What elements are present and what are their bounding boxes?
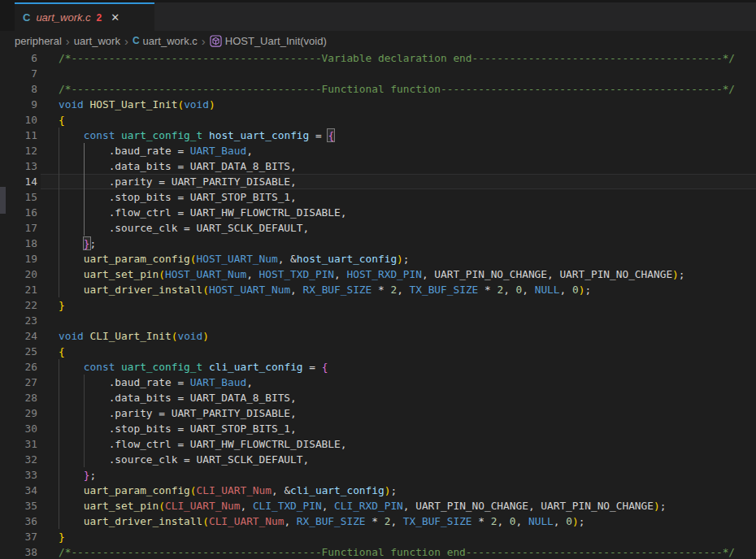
- code-line[interactable]: };: [59, 236, 756, 251]
- code-line[interactable]: .baud_rate = UART_Baud,: [59, 143, 756, 158]
- line-number[interactable]: 27: [0, 375, 37, 390]
- code-token: =: [309, 129, 328, 141]
- code-token: *: [472, 515, 491, 527]
- code-line[interactable]: .baud_rate = UART_Baud,: [59, 375, 756, 390]
- breadcrumb-folder-peripheral[interactable]: peripheral: [15, 35, 62, 47]
- gutter[interactable]: 6789101112131415161718192021222324252627…: [0, 50, 37, 559]
- line-number[interactable]: 28: [0, 390, 37, 405]
- code-line[interactable]: .stop_bits = UART_STOP_BITS_1,: [59, 189, 756, 205]
- code-line[interactable]: uart_set_pin(HOST_UART_Num, HOST_TXD_PIN…: [59, 266, 756, 282]
- line-number[interactable]: 31: [0, 436, 37, 452]
- code-line[interactable]: uart_driver_install(CLI_UART_Num, RX_BUF…: [59, 514, 756, 529]
- line-number[interactable]: 9: [0, 97, 37, 112]
- code-token: HOST_UART_Num: [197, 253, 278, 265]
- line-number[interactable]: 18: [0, 236, 37, 251]
- code-line[interactable]: .data_bits = UART_DATA_8_BITS,: [59, 158, 756, 174]
- code-token: uart_config_t: [121, 129, 202, 141]
- code-token: ,: [246, 145, 253, 157]
- line-number[interactable]: 12: [0, 143, 37, 158]
- code-token: ;: [90, 237, 97, 249]
- line-number[interactable]: 36: [0, 514, 37, 529]
- code-token: ,: [334, 268, 346, 280]
- code-line[interactable]: /*--------------------------------------…: [59, 81, 756, 97]
- code-line[interactable]: {: [59, 112, 756, 128]
- code-token: .data_bits = UART_DATA_8_BITS,: [59, 392, 297, 404]
- code-token: ;: [679, 268, 685, 280]
- code-line[interactable]: .data_bits = UART_DATA_8_BITS,: [59, 390, 756, 405]
- code-line[interactable]: .flow_ctrl = UART_HW_FLOWCTRL_DISABLE,: [59, 205, 756, 220]
- code-line[interactable]: [59, 313, 756, 328]
- code-line[interactable]: /*--------------------------------------…: [59, 544, 756, 559]
- line-number[interactable]: 7: [0, 66, 37, 81]
- code-token: /*--------------------------------------…: [59, 52, 735, 64]
- code-token: uart_param_config: [84, 484, 190, 496]
- line-number[interactable]: 26: [0, 359, 37, 375]
- code-line[interactable]: uart_set_pin(CLI_UART_Num, CLI_TXD_PIN, …: [59, 498, 756, 514]
- code-token: RX_BUF_SIZE: [303, 284, 372, 296]
- code-line[interactable]: void HOST_Uart_Init(void): [59, 97, 756, 112]
- line-number[interactable]: 11: [0, 128, 37, 143]
- code-editor[interactable]: 6789101112131415161718192021222324252627…: [0, 50, 756, 559]
- code-token: .parity = UART_PARITY_DISABLE,: [59, 407, 297, 419]
- code-line[interactable]: const uart_config_t host_uart_config = {: [59, 128, 756, 143]
- code-token: ,: [560, 284, 572, 296]
- breadcrumb-symbol-host-uart-init[interactable]: HOST_Uart_Init(void): [210, 35, 327, 47]
- code-token: ,: [246, 268, 259, 280]
- line-number[interactable]: 20: [0, 266, 37, 282]
- code-line[interactable]: uart_driver_install(HOST_UART_Num, RX_BU…: [59, 282, 756, 297]
- line-number[interactable]: 6: [0, 50, 37, 66]
- code-line[interactable]: /*--------------------------------------…: [59, 50, 756, 66]
- code-line[interactable]: }: [59, 529, 756, 544]
- code-token: [59, 268, 84, 280]
- breadcrumb-folder-uart-work[interactable]: uart_work: [74, 35, 120, 47]
- line-number[interactable]: 23: [0, 313, 37, 328]
- code-line[interactable]: .source_clk = UART_SCLK_DEFAULT,: [59, 220, 756, 236]
- code-token: [115, 361, 121, 373]
- line-number[interactable]: 22: [0, 297, 37, 313]
- line-number[interactable]: 21: [0, 282, 37, 297]
- code-token: [202, 361, 209, 373]
- code-line[interactable]: uart_param_config(CLI_UART_Num, &cli_uar…: [59, 483, 756, 498]
- line-number[interactable]: 25: [0, 344, 37, 359]
- code-token: CLI_UART_Num: [165, 500, 240, 512]
- line-number[interactable]: 8: [0, 81, 37, 97]
- code-token: HOST_RXD_PIN: [346, 268, 421, 280]
- code-line[interactable]: .parity = UART_PARITY_DISABLE,: [59, 405, 756, 421]
- line-number[interactable]: 32: [0, 452, 37, 467]
- code-line[interactable]: [59, 66, 756, 81]
- line-number[interactable]: 13: [0, 158, 37, 174]
- tab-uart-work[interactable]: C uart_work.c 2 ✕: [15, 2, 154, 31]
- breadcrumb-file-uart-work-c[interactable]: C uart_work.c: [133, 35, 198, 47]
- code-line[interactable]: .stop_bits = UART_STOP_BITS_1,: [59, 421, 756, 436]
- line-number[interactable]: 34: [0, 483, 37, 498]
- code-token: void: [177, 330, 202, 342]
- code-line[interactable]: .source_clk = UART_SCLK_DEFAULT,: [59, 452, 756, 467]
- line-number[interactable]: 38: [0, 544, 37, 559]
- code-line[interactable]: {: [59, 344, 756, 359]
- code-token: ,: [497, 515, 509, 527]
- line-number[interactable]: 30: [0, 421, 37, 436]
- code-line[interactable]: };: [59, 467, 756, 483]
- line-number[interactable]: 17: [0, 220, 37, 236]
- code-line[interactable]: const uart_config_t cli_uart_config = {: [59, 359, 756, 375]
- code-lines[interactable]: /*--------------------------------------…: [37, 50, 756, 559]
- line-number[interactable]: 35: [0, 498, 37, 514]
- code-token: .baud_rate =: [59, 376, 190, 388]
- line-number[interactable]: 37: [0, 529, 37, 544]
- code-line[interactable]: uart_param_config(HOST_UART_Num, &host_u…: [59, 251, 756, 266]
- code-line[interactable]: .parity = UART_PARITY_DISABLE,: [59, 174, 756, 189]
- line-number[interactable]: 33: [0, 467, 37, 483]
- code-token: uart_driver_install: [84, 515, 202, 527]
- left-scrollbar-thumb[interactable]: [0, 187, 6, 214]
- code-line[interactable]: }: [59, 297, 756, 313]
- close-icon[interactable]: ✕: [111, 11, 119, 24]
- code-line[interactable]: void CLI_Uart_Init(void): [59, 328, 756, 344]
- code-token: NULL: [535, 284, 560, 296]
- code-token: ,: [554, 515, 566, 527]
- line-number[interactable]: 24: [0, 328, 37, 344]
- code-line[interactable]: .flow_ctrl = UART_HW_FLOWCTRL_DISABLE,: [59, 436, 756, 452]
- line-number[interactable]: 19: [0, 251, 37, 266]
- line-number[interactable]: 10: [0, 112, 37, 128]
- code-token: {: [328, 129, 334, 141]
- line-number[interactable]: 29: [0, 405, 37, 421]
